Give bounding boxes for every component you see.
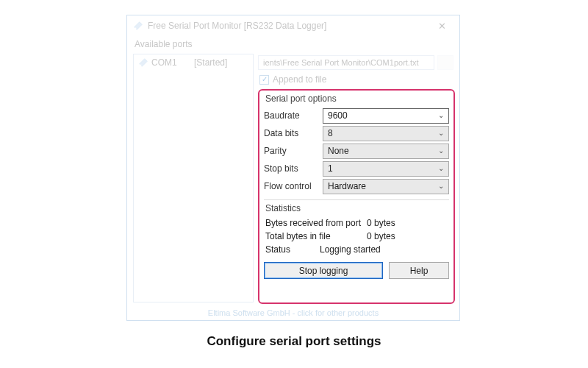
stop-logging-button[interactable]: Stop logging bbox=[264, 262, 383, 279]
available-ports-label: Available ports bbox=[127, 36, 459, 54]
append-checkbox[interactable]: ✓ bbox=[259, 75, 269, 85]
databits-value: 8 bbox=[328, 128, 333, 138]
serial-options-group: Serial port options Baudrate 9600 ⌄ Data… bbox=[258, 89, 455, 304]
append-label: Append to file bbox=[273, 74, 326, 85]
bytes-received-label: Bytes received from port bbox=[265, 218, 367, 228]
flowcontrol-value: Hardware bbox=[328, 181, 366, 191]
port-name: COM1 bbox=[151, 57, 191, 68]
window-title: Free Serial Port Monitor [RS232 Data Log… bbox=[148, 21, 430, 31]
stopbits-select[interactable]: 1 ⌄ bbox=[323, 161, 449, 177]
browse-button[interactable] bbox=[437, 55, 453, 70]
flowcontrol-select[interactable]: Hardware ⌄ bbox=[323, 179, 449, 194]
stopbits-value: 1 bbox=[328, 163, 333, 174]
chevron-down-icon: ⌄ bbox=[438, 147, 444, 155]
caption: Configure serial port settings bbox=[0, 334, 588, 349]
baudrate-label: Baudrate bbox=[264, 110, 318, 121]
port-item[interactable]: COM1 [Started] bbox=[134, 56, 253, 69]
stop-logging-label: Stop logging bbox=[299, 266, 348, 276]
status-value: Logging started bbox=[320, 244, 381, 255]
chevron-down-icon: ⌄ bbox=[438, 183, 444, 190]
chevron-down-icon: ⌄ bbox=[438, 165, 444, 172]
parity-label: Parity bbox=[264, 146, 318, 156]
databits-label: Data bits bbox=[264, 128, 318, 138]
close-icon[interactable]: ✕ bbox=[430, 21, 453, 32]
flowcontrol-label: Flow control bbox=[264, 181, 318, 191]
stats-title: Statistics bbox=[264, 203, 449, 216]
tag-icon bbox=[138, 57, 148, 68]
parity-value: None bbox=[328, 146, 349, 156]
footer-link[interactable]: Eltima Software GmbH - click for other p… bbox=[127, 308, 459, 317]
total-bytes-label: Total bytes in file bbox=[265, 231, 367, 241]
svg-point-0 bbox=[135, 27, 136, 29]
status-label: Status bbox=[265, 244, 320, 255]
log-path-input[interactable]: ients\Free Serial Port Monitor\COM1port.… bbox=[258, 55, 434, 70]
databits-select[interactable]: 8 ⌄ bbox=[323, 126, 449, 141]
total-bytes-value: 0 bytes bbox=[367, 231, 395, 241]
chevron-down-icon: ⌄ bbox=[438, 112, 444, 119]
baudrate-select[interactable]: 9600 ⌄ bbox=[323, 108, 449, 124]
options-title: Serial port options bbox=[264, 93, 449, 107]
help-label: Help bbox=[410, 266, 429, 276]
app-window: Free Serial Port Monitor [RS232 Data Log… bbox=[126, 15, 460, 321]
baudrate-value: 9600 bbox=[328, 110, 348, 121]
titlebar: Free Serial Port Monitor [RS232 Data Log… bbox=[127, 15, 459, 36]
ports-list[interactable]: COM1 [Started] bbox=[133, 54, 254, 302]
app-icon bbox=[133, 21, 143, 31]
bytes-received-value: 0 bytes bbox=[367, 218, 395, 228]
help-button[interactable]: Help bbox=[389, 262, 449, 279]
port-status: [Started] bbox=[194, 57, 227, 68]
parity-select[interactable]: None ⌄ bbox=[323, 144, 449, 159]
chevron-down-icon: ⌄ bbox=[438, 130, 444, 137]
divider bbox=[264, 199, 449, 200]
log-path-text: ients\Free Serial Port Monitor\COM1port.… bbox=[263, 58, 419, 67]
svg-point-1 bbox=[140, 64, 141, 66]
stopbits-label: Stop bits bbox=[264, 163, 318, 174]
